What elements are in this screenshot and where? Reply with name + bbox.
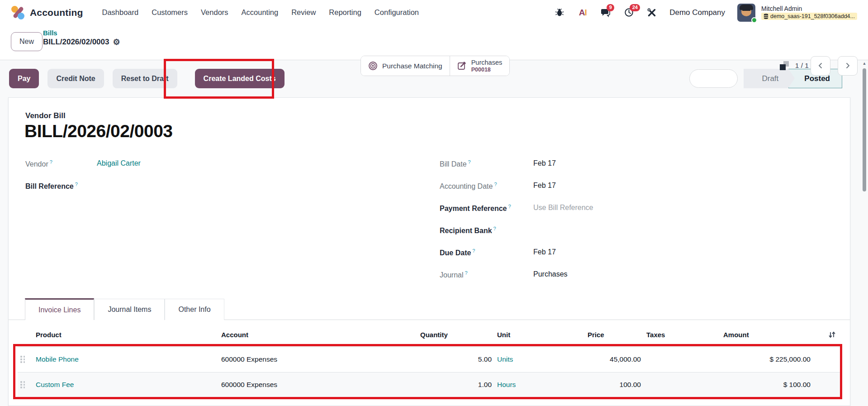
document-title: BILL/2026/02/0003 bbox=[24, 121, 173, 141]
edit-icon bbox=[457, 61, 467, 71]
tab-other-info[interactable]: Other Info bbox=[165, 299, 224, 320]
breadcrumb-bar: New Bills BILL/2026/02/0003 ⚙ Purchase M… bbox=[0, 25, 868, 60]
right-field-group: Bill Date? Feb 17 Accounting Date? Feb 1… bbox=[440, 159, 783, 292]
unit-link[interactable]: Units bbox=[497, 355, 513, 363]
menu-dashboard[interactable]: Dashboard bbox=[102, 8, 139, 17]
help-icon: ? bbox=[465, 270, 467, 276]
gear-icon[interactable]: ⚙ bbox=[113, 38, 120, 46]
taxes-cell[interactable] bbox=[644, 372, 721, 397]
field-bill-date: Bill Date? Feb 17 bbox=[440, 159, 783, 182]
main-menu: Dashboard Customers Vendors Accounting R… bbox=[102, 8, 419, 17]
due-date-value[interactable]: Feb 17 bbox=[533, 248, 556, 256]
tab-invoice-lines[interactable]: Invoice Lines bbox=[25, 298, 94, 320]
price-cell[interactable]: 100.00 bbox=[585, 372, 644, 397]
scrollbar-thumb[interactable] bbox=[863, 68, 866, 191]
app-title: Accounting bbox=[30, 7, 83, 18]
help-icon: ? bbox=[50, 159, 52, 165]
optional-columns-icon[interactable] bbox=[828, 330, 836, 339]
accounting-date-value[interactable]: Feb 17 bbox=[533, 182, 556, 190]
unit-link[interactable]: Hours bbox=[497, 381, 516, 388]
scroll-up-arrow-icon[interactable]: ▲ bbox=[861, 60, 868, 67]
product-link[interactable]: Mobile Phone bbox=[36, 355, 79, 363]
chevron-left-icon bbox=[817, 62, 824, 69]
menu-vendors[interactable]: Vendors bbox=[201, 8, 228, 17]
field-due-date: Due Date? Feb 17 bbox=[440, 248, 783, 270]
col-account[interactable]: Account bbox=[218, 323, 417, 347]
menu-customers[interactable]: Customers bbox=[152, 8, 188, 17]
user-avatar[interactable] bbox=[737, 4, 755, 22]
ai-icon[interactable]: AI bbox=[577, 7, 588, 18]
account-cell[interactable]: 600000 Expenses bbox=[218, 347, 417, 372]
smart-buttons: Purchase Matching Purchases P00018 bbox=[360, 56, 510, 76]
app-brand[interactable]: Accounting bbox=[11, 5, 83, 20]
purchase-matching-button[interactable]: Purchase Matching bbox=[361, 56, 450, 76]
taxes-cell[interactable] bbox=[644, 347, 721, 372]
bill-date-value[interactable]: Feb 17 bbox=[533, 159, 556, 167]
amount-cell: $ 225,000.00 bbox=[721, 347, 813, 372]
new-button[interactable]: New bbox=[11, 32, 43, 51]
quantity-cell[interactable]: 1.00 bbox=[417, 372, 494, 397]
pager-next-button[interactable] bbox=[838, 56, 858, 76]
invoice-line-row[interactable]: Mobile Phone 600000 Expenses 5.00 Units … bbox=[18, 347, 842, 372]
journal-value[interactable]: Purchases bbox=[533, 270, 568, 278]
document-type-label: Vendor Bill bbox=[25, 111, 66, 120]
menu-configuration[interactable]: Configuration bbox=[375, 8, 419, 17]
amount-cell: $ 100.00 bbox=[721, 372, 813, 397]
status-pill-empty bbox=[689, 69, 738, 88]
form-sheet: Vendor Bill BILL/2026/02/0003 Vendor? Ab… bbox=[8, 97, 850, 406]
menu-accounting[interactable]: Accounting bbox=[242, 8, 279, 17]
col-quantity[interactable]: Quantity bbox=[417, 323, 494, 347]
drag-handle-icon[interactable] bbox=[20, 381, 25, 388]
user-menu[interactable]: Mitchell Admin demo_saas-191_528f0306add… bbox=[761, 5, 857, 20]
accounting-app-icon bbox=[11, 5, 25, 20]
messages-badge: 9 bbox=[607, 4, 614, 11]
pager-previous-button[interactable] bbox=[811, 56, 830, 76]
product-link[interactable]: Custom Fee bbox=[36, 381, 74, 388]
bookmark-icon[interactable] bbox=[780, 61, 789, 70]
activities-badge: 24 bbox=[630, 4, 640, 11]
vertical-scrollbar[interactable]: ▲ bbox=[861, 60, 868, 406]
help-icon: ? bbox=[75, 182, 78, 187]
purchases-source-button[interactable]: Purchases P00018 bbox=[450, 56, 510, 76]
messages-icon[interactable]: 9 bbox=[600, 7, 611, 18]
left-field-group: Vendor? Abigail Carter Bill Reference? bbox=[25, 159, 369, 204]
price-cell[interactable]: 45,000.00 bbox=[585, 347, 644, 372]
drag-handle-icon[interactable] bbox=[20, 356, 25, 363]
activities-clock-icon[interactable]: 24 bbox=[623, 7, 634, 18]
create-landed-costs-button[interactable]: Create Landed Costs bbox=[195, 69, 285, 88]
col-amount[interactable]: Amount bbox=[721, 323, 813, 347]
breadcrumb-current: BILL/2026/02/0003 bbox=[43, 38, 109, 47]
payment-reference-input[interactable]: Use Bill Reference bbox=[533, 204, 593, 212]
account-cell[interactable]: 600000 Expenses bbox=[218, 372, 417, 397]
pager: 1 / 1 bbox=[780, 56, 858, 76]
user-name: Mitchell Admin bbox=[761, 5, 857, 12]
col-product[interactable]: Product bbox=[33, 323, 218, 347]
col-price[interactable]: Price bbox=[585, 323, 644, 347]
credit-note-button[interactable]: Credit Note bbox=[47, 69, 104, 88]
field-journal: Journal? Purchases bbox=[440, 270, 783, 292]
reset-to-draft-button[interactable]: Reset to Draft bbox=[113, 69, 177, 88]
field-recipient-bank: Recipient Bank? bbox=[440, 226, 783, 248]
menu-reporting[interactable]: Reporting bbox=[329, 8, 361, 17]
tools-icon[interactable] bbox=[646, 7, 657, 18]
quantity-cell[interactable]: 5.00 bbox=[417, 347, 494, 372]
invoice-line-row[interactable]: Custom Fee 600000 Expenses 1.00 Hours 10… bbox=[18, 372, 842, 397]
bug-icon[interactable] bbox=[554, 7, 565, 18]
invoice-lines-table: Product Account Quantity Unit Price Taxe… bbox=[18, 323, 842, 398]
help-icon: ? bbox=[493, 226, 496, 231]
field-vendor: Vendor? Abigail Carter bbox=[25, 159, 369, 182]
col-unit[interactable]: Unit bbox=[494, 323, 585, 347]
breadcrumb-bills-link[interactable]: Bills bbox=[43, 29, 120, 37]
company-switcher[interactable]: Demo Company bbox=[669, 8, 725, 17]
breadcrumb: Bills BILL/2026/02/0003 ⚙ bbox=[43, 29, 120, 47]
col-taxes[interactable]: Taxes bbox=[644, 323, 721, 347]
menu-review[interactable]: Review bbox=[291, 8, 316, 17]
online-status-dot bbox=[751, 17, 757, 23]
pay-button[interactable]: Pay bbox=[9, 69, 39, 88]
database-name[interactable]: demo_saas-191_528f0306add4... bbox=[761, 13, 857, 20]
vendor-value-link[interactable]: Abigail Carter bbox=[97, 159, 141, 167]
chevron-right-icon bbox=[844, 62, 851, 69]
table-header-row: Product Account Quantity Unit Price Taxe… bbox=[18, 323, 842, 347]
target-icon bbox=[368, 61, 378, 71]
tab-journal-items[interactable]: Journal Items bbox=[94, 299, 165, 320]
